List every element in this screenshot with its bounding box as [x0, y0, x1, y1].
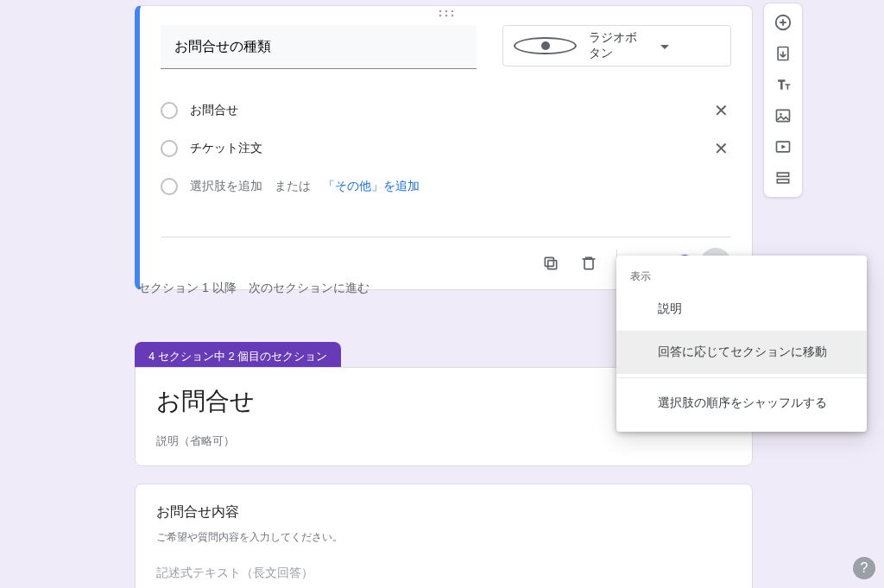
svg-rect-8 — [584, 259, 593, 269]
svg-point-3 — [439, 15, 441, 17]
add-other-link[interactable]: 「その他」を追加 — [323, 179, 420, 194]
add-option-row: 選択肢を追加 または 「その他」を追加 — [161, 168, 731, 205]
add-image-button[interactable] — [767, 100, 799, 131]
add-option-sep: または — [275, 179, 311, 194]
radio-outline-icon — [161, 140, 178, 157]
divider — [616, 377, 867, 378]
option-row[interactable]: お問合せ ✕ — [161, 92, 731, 130]
question-card: ラジオボタン お問合せ ✕ チケット注文 ✕ 選択肢を追加 または 「その他」を… — [135, 5, 753, 290]
delete-button[interactable] — [571, 246, 606, 281]
radio-outline-icon — [161, 102, 178, 119]
section-desc[interactable]: 説明（省略可） — [156, 433, 731, 449]
option-row[interactable]: チケット注文 ✕ — [161, 130, 731, 168]
add-video-button[interactable] — [767, 131, 799, 162]
remove-option-button[interactable]: ✕ — [710, 138, 731, 159]
menu-item-description[interactable]: 説明 — [616, 288, 867, 331]
question-title-input[interactable] — [161, 25, 477, 69]
menu-item-shuffle[interactable]: 選択肢の順序をシャッフルする — [616, 382, 867, 425]
question-type-select[interactable]: ラジオボタン — [502, 25, 731, 66]
more-options-menu: 表示 説明 回答に応じてセクションに移動 選択肢の順序をシャッフルする — [616, 256, 867, 432]
floating-toolbar — [763, 3, 803, 198]
svg-rect-17 — [777, 173, 788, 176]
svg-point-0 — [439, 10, 441, 13]
section-flow-prefix: セクション 1 以降 — [138, 281, 237, 296]
chevron-down-icon — [660, 39, 720, 53]
radio-outline-icon — [161, 178, 178, 195]
remove-option-button[interactable]: ✕ — [710, 100, 731, 121]
svg-point-2 — [451, 10, 453, 13]
menu-item-goto-section[interactable]: 回答に応じてセクションに移動 — [616, 331, 867, 374]
question-type-label: ラジオボタン — [589, 30, 648, 61]
svg-rect-18 — [777, 180, 788, 183]
import-questions-button[interactable] — [767, 38, 799, 69]
radio-icon — [514, 37, 577, 54]
section-flow-action: 次のセクションに進む — [249, 281, 369, 296]
question-title: お問合せ内容 — [156, 503, 731, 522]
svg-rect-7 — [545, 257, 553, 266]
help-button[interactable]: ? — [853, 557, 875, 579]
add-title-button[interactable] — [767, 69, 799, 100]
svg-point-4 — [445, 15, 447, 17]
svg-point-15 — [780, 113, 782, 116]
svg-point-5 — [451, 15, 453, 17]
svg-rect-6 — [548, 261, 557, 269]
option-label: お問合せ — [190, 103, 238, 118]
question-card[interactable]: お問合せ内容 ご希望や質問内容を入力してください。 記述式テキスト（長文回答） — [135, 484, 753, 588]
question-desc: ご希望や質問内容を入力してください。 — [156, 530, 731, 545]
option-label: チケット注文 — [190, 141, 262, 156]
add-section-button[interactable] — [767, 162, 799, 193]
duplicate-button[interactable] — [534, 246, 568, 281]
svg-point-1 — [445, 10, 447, 13]
add-question-button[interactable] — [767, 7, 799, 38]
answer-placeholder: 記述式テキスト（長文回答） — [156, 566, 731, 581]
add-option-link[interactable]: 選択肢を追加 — [190, 179, 262, 194]
menu-header: 表示 — [616, 262, 867, 288]
drag-handle[interactable] — [161, 6, 731, 25]
